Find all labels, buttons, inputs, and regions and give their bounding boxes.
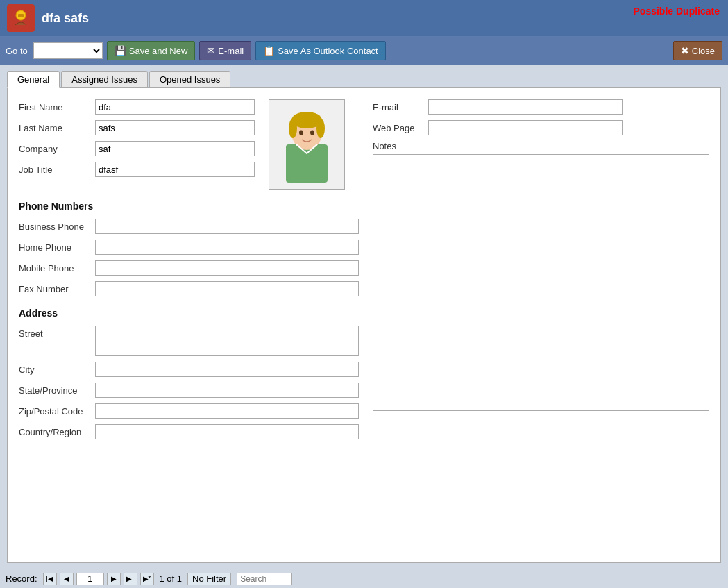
svg-rect-2: [286, 144, 328, 183]
basic-fields: First Name Last Name Company Job Ti: [19, 99, 255, 183]
business-phone-label: Business Phone: [19, 221, 95, 232]
goto-label: Go to: [6, 46, 28, 56]
fax-number-input[interactable]: [95, 281, 359, 296]
state-input[interactable]: [95, 383, 359, 398]
last-record-button[interactable]: ▶|: [124, 573, 137, 585]
last-name-label: Last Name: [19, 123, 95, 133]
svg-point-7: [299, 131, 303, 135]
fax-number-label: Fax Number: [19, 284, 95, 294]
first-record-button[interactable]: |◀: [43, 573, 57, 585]
home-phone-label: Home Phone: [19, 242, 95, 253]
fax-number-row: Fax Number: [19, 281, 359, 296]
svg-point-8: [310, 131, 314, 135]
mobile-phone-row: Mobile Phone: [19, 260, 359, 276]
notes-label: Notes: [373, 141, 709, 151]
new-record-button[interactable]: ▶*: [140, 573, 154, 585]
country-input[interactable]: [95, 424, 359, 439]
phone-numbers-title: Phone Numbers: [19, 201, 359, 212]
tab-general[interactable]: General: [7, 71, 60, 88]
save-new-button[interactable]: 💾 Save and New: [107, 41, 196, 60]
state-row: State/Province: [19, 383, 359, 398]
svg-point-5: [289, 119, 297, 138]
job-title-row: Job Title: [19, 162, 255, 177]
mobile-phone-input[interactable]: [95, 260, 359, 276]
address-title: Address: [19, 308, 359, 319]
goto-select[interactable]: [33, 42, 103, 59]
avatar-container: [269, 99, 345, 190]
company-row: Company: [19, 141, 255, 156]
web-page-label: Web Page: [373, 123, 428, 133]
form-left: First Name Last Name Company Job Ti: [19, 99, 359, 445]
city-label: City: [19, 364, 95, 375]
notes-section: Notes: [373, 141, 709, 413]
zip-label: Zip/Postal Code: [19, 406, 95, 417]
notes-textarea[interactable]: [373, 154, 709, 411]
form-right: E-mail Web Page Notes: [373, 99, 709, 445]
form-layout: First Name Last Name Company Job Ti: [19, 99, 709, 445]
content-area: General Assigned Issues Opened Issues Fi…: [0, 65, 728, 569]
zip-input[interactable]: [95, 403, 359, 419]
street-label: Street: [19, 328, 95, 339]
city-row: City: [19, 362, 359, 377]
city-input[interactable]: [95, 362, 359, 377]
duplicate-warning: Possible Duplicate: [634, 6, 720, 17]
first-name-input[interactable]: [95, 99, 255, 115]
web-page-row: Web Page: [373, 120, 709, 135]
street-input[interactable]: [95, 326, 359, 356]
window-title: dfa safs: [42, 11, 89, 26]
email-icon: ✉: [207, 45, 215, 56]
status-bar: Record: |◀ ◀ ▶ ▶| ▶* 1 of 1 No Filter: [0, 569, 728, 588]
first-name-row: First Name: [19, 99, 255, 115]
tab-assigned-issues[interactable]: Assigned Issues: [61, 71, 148, 88]
home-phone-row: Home Phone: [19, 240, 359, 255]
zip-row: Zip/Postal Code: [19, 403, 359, 419]
svg-rect-1: [18, 14, 24, 17]
outlook-icon: 📋: [263, 45, 275, 56]
email-row: E-mail: [373, 99, 709, 115]
svg-point-6: [316, 119, 325, 138]
form-panel: First Name Last Name Company Job Ti: [7, 87, 721, 563]
tab-bar: General Assigned Issues Opened Issues: [7, 71, 721, 88]
record-count: 1 of 1: [160, 573, 183, 584]
country-label: Country/Region: [19, 427, 95, 437]
web-page-input[interactable]: [428, 120, 623, 135]
last-name-input[interactable]: [95, 120, 255, 135]
first-name-label: First Name: [19, 102, 95, 112]
street-row: Street: [19, 326, 359, 356]
home-phone-input[interactable]: [95, 240, 359, 255]
app-icon: [7, 4, 35, 32]
close-icon: ✖: [681, 45, 689, 56]
job-title-input[interactable]: [95, 162, 255, 177]
close-button[interactable]: ✖ Close: [673, 41, 722, 60]
toolbar: Go to 💾 Save and New ✉ E-mail 📋 Save As …: [0, 36, 728, 65]
prev-record-button[interactable]: ◀: [60, 573, 74, 585]
company-input[interactable]: [95, 141, 255, 156]
country-row: Country/Region: [19, 424, 359, 439]
save-icon: 💾: [115, 45, 126, 56]
business-phone-input[interactable]: [95, 219, 359, 234]
state-label: State/Province: [19, 385, 95, 396]
email-label: E-mail: [373, 102, 428, 112]
record-number-input[interactable]: [76, 573, 104, 585]
outlook-button[interactable]: 📋 Save As Outlook Contact: [255, 41, 386, 60]
avatar-image: [276, 106, 338, 183]
title-bar: dfa safs Possible Duplicate: [0, 0, 728, 36]
email-input[interactable]: [428, 99, 623, 115]
record-label: Record:: [6, 573, 37, 584]
tab-opened-issues[interactable]: Opened Issues: [149, 71, 230, 88]
record-navigation: |◀ ◀ ▶ ▶| ▶*: [43, 573, 154, 585]
last-name-row: Last Name: [19, 120, 255, 135]
next-record-button[interactable]: ▶: [107, 573, 121, 585]
job-title-label: Job Title: [19, 165, 95, 175]
business-phone-row: Business Phone: [19, 219, 359, 234]
search-input[interactable]: [237, 573, 292, 585]
no-filter-button[interactable]: No Filter: [187, 573, 231, 585]
company-label: Company: [19, 144, 95, 154]
email-button[interactable]: ✉ E-mail: [199, 41, 251, 60]
mobile-phone-label: Mobile Phone: [19, 263, 95, 274]
